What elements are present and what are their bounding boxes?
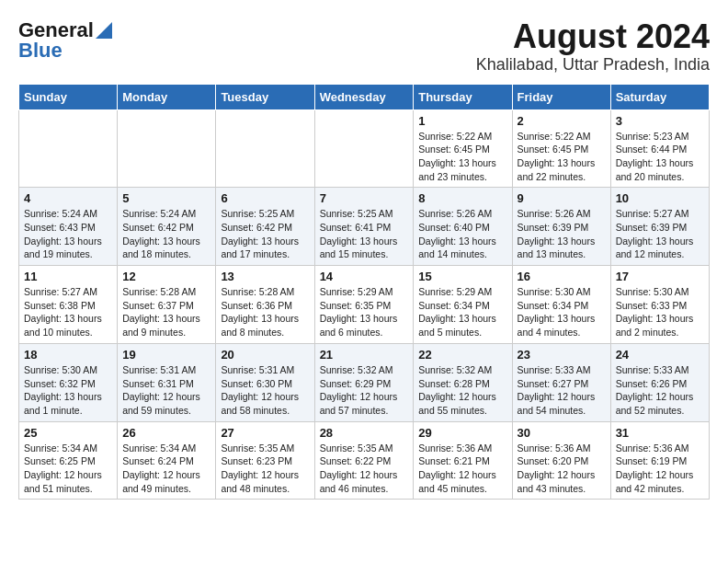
calendar-cell: 29Sunrise: 5:36 AM Sunset: 6:21 PM Dayli…: [414, 421, 512, 500]
day-number: 25: [24, 426, 112, 440]
day-info: Sunrise: 5:35 AM Sunset: 6:22 PM Dayligh…: [320, 442, 409, 496]
day-info: Sunrise: 5:23 AM Sunset: 6:44 PM Dayligh…: [616, 130, 704, 184]
logo: General Blue: [18, 18, 112, 63]
calendar-cell: 16Sunrise: 5:30 AM Sunset: 6:34 PM Dayli…: [512, 266, 610, 344]
calendar-cell: 31Sunrise: 5:36 AM Sunset: 6:19 PM Dayli…: [610, 421, 709, 500]
day-number: 23: [518, 348, 606, 362]
day-header-wednesday: Wednesday: [314, 84, 414, 109]
day-number: 14: [320, 270, 409, 283]
day-number: 6: [221, 191, 309, 205]
day-number: 3: [616, 114, 704, 128]
calendar-cell: 28Sunrise: 5:35 AM Sunset: 6:22 PM Dayli…: [314, 421, 414, 500]
day-info: Sunrise: 5:27 AM Sunset: 6:39 PM Dayligh…: [616, 207, 704, 261]
calendar-table: SundayMondayTuesdayWednesdayThursdayFrid…: [18, 84, 710, 500]
day-info: Sunrise: 5:32 AM Sunset: 6:29 PM Dayligh…: [320, 363, 409, 418]
day-number: 11: [24, 270, 112, 283]
calendar-cell: 9Sunrise: 5:26 AM Sunset: 6:39 PM Daylig…: [512, 188, 610, 266]
day-info: Sunrise: 5:27 AM Sunset: 6:38 PM Dayligh…: [24, 285, 112, 339]
day-info: Sunrise: 5:31 AM Sunset: 6:31 PM Dayligh…: [122, 363, 210, 418]
day-info: Sunrise: 5:28 AM Sunset: 6:36 PM Dayligh…: [221, 285, 309, 339]
day-number: 20: [221, 348, 309, 362]
calendar-cell: 12Sunrise: 5:28 AM Sunset: 6:37 PM Dayli…: [118, 266, 216, 344]
calendar-cell: 7Sunrise: 5:25 AM Sunset: 6:41 PM Daylig…: [314, 188, 414, 266]
logo-icon: [96, 22, 112, 39]
calendar-cell: 5Sunrise: 5:24 AM Sunset: 6:42 PM Daylig…: [118, 188, 216, 266]
calendar-header-row: SundayMondayTuesdayWednesdayThursdayFrid…: [19, 84, 710, 109]
calendar-cell: 23Sunrise: 5:33 AM Sunset: 6:27 PM Dayli…: [512, 343, 610, 421]
day-header-tuesday: Tuesday: [216, 84, 314, 109]
day-info: Sunrise: 5:22 AM Sunset: 6:45 PM Dayligh…: [418, 130, 506, 184]
calendar-cell: 17Sunrise: 5:30 AM Sunset: 6:33 PM Dayli…: [610, 266, 709, 344]
day-number: 27: [221, 426, 309, 440]
calendar-cell: 11Sunrise: 5:27 AM Sunset: 6:38 PM Dayli…: [19, 266, 118, 344]
day-number: 4: [24, 191, 112, 205]
day-info: Sunrise: 5:25 AM Sunset: 6:42 PM Dayligh…: [221, 207, 309, 261]
day-number: 18: [24, 348, 112, 362]
calendar-cell: 19Sunrise: 5:31 AM Sunset: 6:31 PM Dayli…: [118, 343, 216, 421]
calendar-cell: 26Sunrise: 5:34 AM Sunset: 6:24 PM Dayli…: [118, 421, 216, 500]
calendar-cell: 10Sunrise: 5:27 AM Sunset: 6:39 PM Dayli…: [610, 188, 709, 266]
day-info: Sunrise: 5:29 AM Sunset: 6:35 PM Dayligh…: [320, 285, 409, 339]
calendar-cell: 20Sunrise: 5:31 AM Sunset: 6:30 PM Dayli…: [216, 343, 314, 421]
day-info: Sunrise: 5:36 AM Sunset: 6:21 PM Dayligh…: [418, 442, 506, 496]
day-info: Sunrise: 5:34 AM Sunset: 6:24 PM Dayligh…: [122, 442, 210, 496]
calendar-cell: 6Sunrise: 5:25 AM Sunset: 6:42 PM Daylig…: [216, 188, 314, 266]
day-number: 7: [320, 191, 409, 205]
page-subtitle: Khalilabad, Uttar Pradesh, India: [476, 55, 710, 75]
calendar-cell: [118, 109, 216, 188]
day-info: Sunrise: 5:32 AM Sunset: 6:28 PM Dayligh…: [418, 363, 506, 418]
day-info: Sunrise: 5:30 AM Sunset: 6:34 PM Dayligh…: [518, 285, 606, 339]
day-number: 31: [616, 426, 704, 440]
calendar-cell: 27Sunrise: 5:35 AM Sunset: 6:23 PM Dayli…: [216, 421, 314, 500]
calendar-cell: 30Sunrise: 5:36 AM Sunset: 6:20 PM Dayli…: [512, 421, 610, 500]
calendar-cell: 22Sunrise: 5:32 AM Sunset: 6:28 PM Dayli…: [414, 343, 512, 421]
day-number: 29: [418, 426, 506, 440]
calendar-cell: 24Sunrise: 5:33 AM Sunset: 6:26 PM Dayli…: [610, 343, 709, 421]
day-info: Sunrise: 5:36 AM Sunset: 6:19 PM Dayligh…: [616, 442, 704, 496]
calendar-cell: [19, 109, 118, 188]
calendar-cell: 13Sunrise: 5:28 AM Sunset: 6:36 PM Dayli…: [216, 266, 314, 344]
calendar-cell: 3Sunrise: 5:23 AM Sunset: 6:44 PM Daylig…: [610, 109, 709, 188]
calendar-cell: 21Sunrise: 5:32 AM Sunset: 6:29 PM Dayli…: [314, 343, 414, 421]
day-info: Sunrise: 5:35 AM Sunset: 6:23 PM Dayligh…: [221, 442, 309, 496]
calendar-cell: 2Sunrise: 5:22 AM Sunset: 6:45 PM Daylig…: [512, 109, 610, 188]
day-header-saturday: Saturday: [610, 84, 709, 109]
day-header-friday: Friday: [512, 84, 610, 109]
title-area: August 2024 Khalilabad, Uttar Pradesh, I…: [476, 18, 710, 75]
logo-blue: Blue: [18, 39, 63, 63]
day-info: Sunrise: 5:33 AM Sunset: 6:27 PM Dayligh…: [518, 363, 606, 418]
calendar-cell: 1Sunrise: 5:22 AM Sunset: 6:45 PM Daylig…: [414, 109, 512, 188]
day-info: Sunrise: 5:25 AM Sunset: 6:41 PM Dayligh…: [320, 207, 409, 261]
day-info: Sunrise: 5:34 AM Sunset: 6:25 PM Dayligh…: [24, 442, 112, 496]
day-info: Sunrise: 5:24 AM Sunset: 6:43 PM Dayligh…: [24, 207, 112, 261]
calendar-cell: 4Sunrise: 5:24 AM Sunset: 6:43 PM Daylig…: [19, 188, 118, 266]
day-number: 8: [418, 191, 506, 205]
day-number: 19: [122, 348, 210, 362]
day-header-thursday: Thursday: [414, 84, 512, 109]
day-number: 1: [418, 114, 506, 128]
day-header-monday: Monday: [118, 84, 216, 109]
calendar-cell: [314, 109, 414, 188]
day-number: 30: [518, 426, 606, 440]
day-header-sunday: Sunday: [19, 84, 118, 109]
page-title: August 2024: [476, 18, 710, 55]
calendar-cell: 25Sunrise: 5:34 AM Sunset: 6:25 PM Dayli…: [19, 421, 118, 500]
day-number: 2: [518, 114, 606, 128]
day-info: Sunrise: 5:26 AM Sunset: 6:40 PM Dayligh…: [418, 207, 506, 261]
day-number: 12: [122, 270, 210, 283]
day-info: Sunrise: 5:30 AM Sunset: 6:33 PM Dayligh…: [616, 285, 704, 339]
day-info: Sunrise: 5:33 AM Sunset: 6:26 PM Dayligh…: [616, 363, 704, 418]
day-info: Sunrise: 5:36 AM Sunset: 6:20 PM Dayligh…: [518, 442, 606, 496]
day-number: 21: [320, 348, 409, 362]
calendar-cell: 15Sunrise: 5:29 AM Sunset: 6:34 PM Dayli…: [414, 266, 512, 344]
day-number: 24: [616, 348, 704, 362]
calendar-week-row: 4Sunrise: 5:24 AM Sunset: 6:43 PM Daylig…: [19, 188, 710, 266]
calendar-cell: 18Sunrise: 5:30 AM Sunset: 6:32 PM Dayli…: [19, 343, 118, 421]
day-number: 28: [320, 426, 409, 440]
calendar-cell: 8Sunrise: 5:26 AM Sunset: 6:40 PM Daylig…: [414, 188, 512, 266]
day-info: Sunrise: 5:26 AM Sunset: 6:39 PM Dayligh…: [518, 207, 606, 261]
day-number: 26: [122, 426, 210, 440]
calendar-week-row: 1Sunrise: 5:22 AM Sunset: 6:45 PM Daylig…: [19, 109, 710, 188]
day-number: 13: [221, 270, 309, 283]
day-number: 17: [616, 270, 704, 283]
